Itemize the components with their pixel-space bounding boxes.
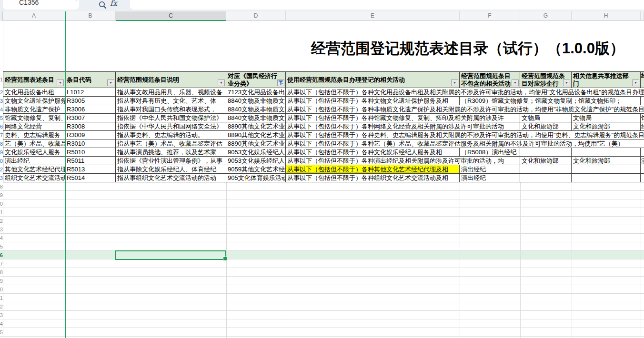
cell-related-activities[interactable]: 从事以下（包括但不限于）各种演出经纪及相关附属的涉及许可审批的活动，均 (286, 157, 520, 165)
cell-entry-code[interactable]: R5011 (65, 157, 116, 165)
cell-description[interactable]: 指从事对我国口头传统和表现形式， (116, 105, 226, 114)
column-header-i[interactable] (641, 11, 644, 21)
empty-row[interactable]: 1364 (0, 319, 644, 328)
cell-related-activities[interactable]: 从事以下（包括但不限于）各种史料、史志编辑服务及相关附属的不涉及许可审批的活动，… (286, 131, 644, 139)
cell-description[interactable]: 指从事对具有历史、文化、艺术、体 (116, 97, 226, 105)
cell-excluded-activities[interactable]: （R3009）馆藏文物修复；馆藏文物复制；馆藏文物拓印； (460, 97, 641, 105)
cell-entry-code[interactable]: L1012 (65, 88, 116, 97)
cell-nec-category[interactable]: 9053文化娱乐经纪人 (226, 148, 286, 157)
cell-entry-code[interactable]: R3005 (65, 97, 116, 105)
cell-nec-category[interactable]: 8890其他文化艺术业 (226, 131, 286, 139)
empty-row[interactable]: 1360 (0, 285, 644, 294)
empty-row[interactable]: 1363 (0, 311, 644, 319)
cell-nec-category[interactable]: 9059其他文化艺术经纪 (226, 165, 286, 174)
cell-entry-name[interactable]: 文物文化遗址保护服务 (3, 97, 65, 105)
cell-entry-name[interactable]: 艺（美）术品、收藏品 (3, 139, 65, 148)
empty-row[interactable]: 1353 (0, 225, 644, 234)
search-icon[interactable] (98, 0, 107, 11)
cell-entry-code[interactable]: R3008 (65, 122, 116, 131)
cell-partial[interactable] (641, 174, 644, 182)
cell-nec-category[interactable]: 8890其他文化艺术业 (226, 139, 286, 148)
cell-nec-category[interactable]: 8840文物及非物质文化 (226, 114, 286, 122)
empty-row[interactable]: 1355 (0, 242, 644, 251)
empty-row[interactable]: 1352 (0, 217, 644, 225)
cell-approval-dept[interactable] (520, 165, 572, 174)
cell-entry-name[interactable]: 演出经纪 (3, 157, 65, 165)
cell-approval-dept[interactable]: 文化和旅游部 (520, 122, 572, 131)
column-header-d[interactable]: D (226, 11, 286, 21)
cell-entry-name[interactable]: 网络文化经营 (3, 122, 65, 131)
empty-row[interactable]: 1350 (0, 199, 644, 208)
cell-related-activities[interactable]: 从事以下（包括但不限于）各种文化娱乐经纪人服务及相 (286, 148, 460, 157)
column-header-a[interactable]: A (3, 11, 65, 21)
filter-dropdown-icon[interactable]: ▼ (451, 80, 458, 86)
column-header-e[interactable]: E (286, 11, 460, 21)
cell-info-sharing-dept[interactable]: 文化和旅游部 (572, 122, 641, 131)
cell-approval-dept[interactable]: 文物局 (520, 114, 572, 122)
header-cell-related-activities[interactable]: 使用经营范围规范条目办理登记的相关活动 ▼ (286, 71, 460, 88)
cell-description[interactable]: 指从事组织文化艺术交流活动的活动 (116, 174, 226, 182)
cell-related-activities[interactable]: 从事以下（包括但不限于）各种艺（美）术品、收藏品鉴定评估服务及相关附属的不涉及许… (286, 139, 644, 148)
header-cell-nec-category[interactable]: 对应《国民经济行 业分类》 (226, 71, 286, 88)
cell-nec-category[interactable]: 8840文物及非物质文化 (226, 97, 286, 105)
cell-info-sharing-dept[interactable]: 文物局 (572, 114, 641, 122)
empty-row[interactable]: 1365 (0, 328, 644, 337)
empty-row[interactable]: 1361 (0, 294, 644, 302)
empty-row[interactable]: 1348 (0, 182, 644, 191)
cell-approval-dept[interactable]: 文化和旅游部 (520, 157, 572, 165)
cell-entry-code[interactable]: R5014 (65, 174, 116, 182)
filter-dropdown-icon[interactable]: ▼ (107, 80, 114, 86)
cell-entry-name[interactable]: 其他文化艺术经纪代理 (3, 165, 65, 174)
cell-entry-name[interactable]: 非物质文化遗产保护 (3, 105, 65, 114)
cell-related-activities[interactable]: 从事以下（包括但不限于）各种馆藏文物修复、复制、拓印及相关附属的涉及许 (286, 114, 520, 122)
empty-row[interactable]: 1358 (0, 268, 644, 277)
cell-description[interactable]: 指从事除文化娱乐经纪人、体育经纪 (116, 165, 226, 174)
select-all-corner[interactable] (0, 11, 3, 21)
cell-nec-category[interactable]: 7123文化用品设备出租 (226, 88, 286, 97)
header-cell-approval-items[interactable]: 经营范围规范条 目对应涉企行 ▼ (520, 71, 572, 88)
column-header-c[interactable]: C (116, 11, 226, 21)
cell-entry-code[interactable]: R3009 (65, 131, 116, 139)
fill-handle[interactable] (223, 257, 227, 261)
cell-related-activities[interactable]: 从事以下（包括但不限于）各种非物质文化遗产保护及相关附属的不涉及许可审批的活动，… (286, 105, 644, 114)
filter-dropdown-icon[interactable]: ▼ (218, 80, 225, 86)
column-header-g[interactable]: G (520, 11, 572, 21)
empty-row[interactable]: 1362 (0, 302, 644, 311)
cell-nec-category[interactable]: 8840文物及非物质文化 (226, 105, 286, 114)
column-header-f[interactable]: F (460, 11, 520, 21)
header-cell-entry-code[interactable]: 条目代码 ▼ (65, 71, 116, 88)
cell-entry-name[interactable]: 组织文化艺术交流活动 (3, 174, 65, 182)
cell-related-activities[interactable]: 从事以下（包括但不限于）各种文物文化遗址保护服务及相 (286, 97, 460, 105)
cell-description[interactable]: 指依据《中华人民共和国网络安全法》 (116, 122, 226, 131)
cell-approval-dept[interactable] (520, 148, 572, 157)
empty-row[interactable]: 1357 (0, 259, 644, 268)
cell-partial[interactable] (641, 165, 644, 174)
cell-excluded-activities[interactable]: 演出经纪 (460, 165, 520, 174)
empty-row[interactable]: 1349 (0, 191, 644, 199)
filter-active-icon[interactable] (277, 80, 284, 86)
name-box-caret-icon[interactable]: ▼ (74, 0, 79, 1)
cell-entry-name[interactable]: 文化娱乐经纪人服务 (3, 148, 65, 157)
header-cell-entry-name[interactable]: 经营范围表述条目 ▼ (3, 71, 65, 88)
filter-dropdown-icon[interactable]: ▼ (632, 80, 639, 86)
empty-row[interactable]: 1354 (0, 234, 644, 242)
cell-related-activities[interactable]: 从事以下（包括但不限于）各种组织文化艺术交流活动及相 (286, 174, 460, 182)
empty-row[interactable]: 1351 (0, 208, 644, 217)
name-box[interactable]: C1356 ▼ (3, 0, 79, 10)
cell-related-activities-highlighted[interactable]: 从事以下（包括但不限于）各种其他文化艺术经纪代理及相 (286, 165, 460, 174)
filter-dropdown-icon[interactable]: ▼ (57, 80, 64, 86)
column-header-h[interactable]: H (572, 11, 641, 21)
cell-partial[interactable]: 经 (641, 122, 644, 131)
cell-info-sharing-dept[interactable]: 文化和旅游部 (572, 157, 641, 165)
cell-partial[interactable]: 馆 (641, 114, 644, 122)
cell-info-sharing-dept[interactable] (572, 148, 641, 157)
filter-dropdown-icon[interactable]: ▼ (563, 80, 570, 86)
cell-info-sharing-dept[interactable] (572, 174, 641, 182)
cell-nec-category[interactable]: 9053文化娱乐经纪人 (226, 157, 286, 165)
cell-description[interactable]: 指从事艺（美）术品、收藏品鉴定评估 (116, 139, 226, 148)
cell-description[interactable]: 指从事演员挑选、推荐，以及艺术家 (116, 148, 226, 157)
cell-description[interactable]: 指依据《中华人民共和国文物保护法》 (116, 114, 226, 122)
header-cell-partial[interactable]: 经 (641, 71, 644, 88)
cell-excluded-activities[interactable]: 演出经纪 (460, 174, 520, 182)
cell-approval-dept[interactable] (520, 174, 572, 182)
